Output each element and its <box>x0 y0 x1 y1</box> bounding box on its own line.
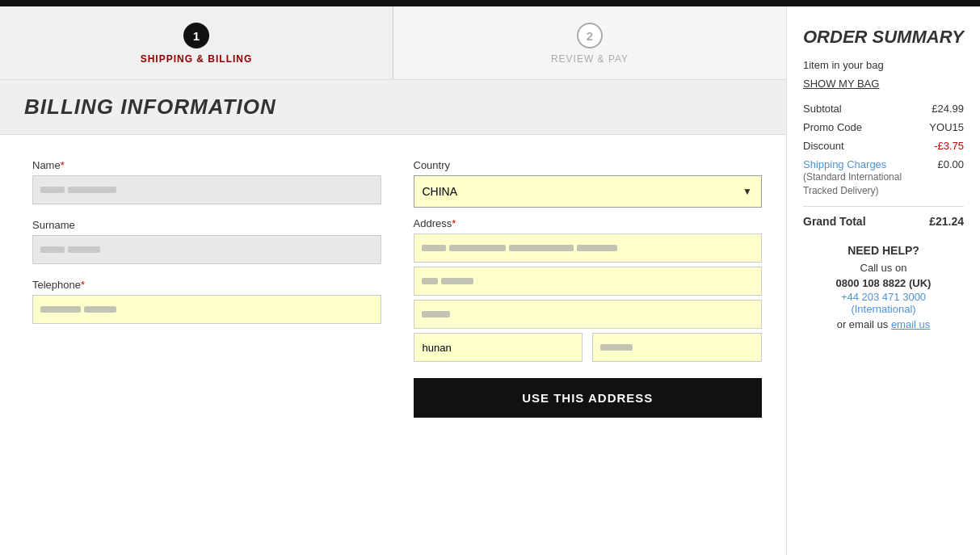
promo-value: YOU15 <box>929 121 964 133</box>
step-1[interactable]: 1 SHIPPING & BILLING <box>0 6 393 79</box>
address-line2[interactable] <box>414 267 763 296</box>
order-summary-title: ORDER SUMMARY <box>803 27 964 48</box>
step-1-label: SHIPPING & BILLING <box>141 53 253 65</box>
name-input-wrapper <box>32 175 381 204</box>
surname-input[interactable] <box>32 235 381 264</box>
email-link[interactable]: email us <box>891 318 930 330</box>
shipping-detail: (Standard International Tracked Delivery… <box>803 170 937 198</box>
form-right: Country CHINA UK US Address* <box>414 159 763 418</box>
order-summary: ORDER SUMMARY 1item in your bag SHOW MY … <box>786 6 980 555</box>
need-help-title: NEED HELP? <box>803 244 964 257</box>
use-address-button[interactable]: USE THIS ADDRESS <box>414 378 763 418</box>
steps-header: 1 SHIPPING & BILLING 2 REVIEW & PAY <box>0 6 786 80</box>
country-select-wrapper: CHINA UK US <box>414 175 763 208</box>
grand-total-label: Grand Total <box>803 215 866 228</box>
shipping-label: Shipping Charges <box>803 158 886 170</box>
subtotal-label: Subtotal <box>803 103 842 115</box>
grand-total-value: £21.24 <box>929 215 964 228</box>
surname-label: Surname <box>32 219 381 231</box>
show-bag-link[interactable]: SHOW MY BAG <box>803 78 964 90</box>
form-left: Name* Surname <box>32 159 381 418</box>
address-line3-wrapper <box>414 300 763 329</box>
telephone-label: Telephone* <box>32 279 381 291</box>
form-area: Name* Surname <box>0 135 786 442</box>
address-field-group: Address* <box>414 217 763 362</box>
promo-label: Promo Code <box>803 121 862 133</box>
discount-value: -£3.75 <box>934 140 964 152</box>
postcode-wrapper <box>592 333 762 362</box>
subtotal-value: £24.99 <box>932 103 964 115</box>
shipping-value: £0.00 <box>937 158 964 170</box>
address-line1-wrapper <box>414 233 763 263</box>
city-input[interactable] <box>414 333 583 362</box>
name-label: Name* <box>32 159 381 171</box>
name-input[interactable] <box>32 175 381 204</box>
discount-label: Discount <box>803 140 844 152</box>
address-line1[interactable] <box>414 233 763 263</box>
summary-subtotal: Subtotal £24.99 <box>803 103 964 115</box>
billing-title-bar: BILLING INFORMATION <box>0 80 786 135</box>
country-select[interactable]: CHINA UK US <box>414 175 763 208</box>
need-help: NEED HELP? Call us on 0800 108 8822 (UK)… <box>803 244 964 330</box>
summary-promo: Promo Code YOU15 <box>803 121 964 133</box>
name-field-group: Name* <box>32 159 381 204</box>
telephone-input-wrapper <box>32 295 381 324</box>
summary-shipping: Shipping Charges (Standard International… <box>803 158 964 198</box>
step-2-label: REVIEW & PAY <box>551 53 629 65</box>
address-city-postcode-row <box>414 333 763 362</box>
telephone-field-group: Telephone* <box>32 279 381 324</box>
phone-uk[interactable]: 0800 108 8822 (UK) <box>803 277 964 289</box>
address-line3[interactable] <box>414 300 763 329</box>
city-wrapper <box>414 333 583 362</box>
billing-title: BILLING INFORMATION <box>24 95 762 120</box>
bag-info: 1item in your bag <box>803 59 964 71</box>
top-bar <box>0 0 980 6</box>
postcode-input[interactable] <box>592 333 762 362</box>
phone-intl: +44 203 471 3000 (International) <box>803 291 964 315</box>
country-label: Country <box>414 159 763 171</box>
step-2-circle: 2 <box>577 23 603 48</box>
telephone-input[interactable] <box>32 295 381 324</box>
surname-field-group: Surname <box>32 219 381 264</box>
step-1-circle: 1 <box>183 23 209 48</box>
summary-discount: Discount -£3.75 <box>803 140 964 152</box>
step-2[interactable]: 2 REVIEW & PAY <box>393 6 786 79</box>
surname-input-wrapper <box>32 235 381 264</box>
summary-divider <box>803 206 964 207</box>
shipping-label-group: Shipping Charges (Standard International… <box>803 158 937 198</box>
country-field-group: Country CHINA UK US <box>414 159 763 208</box>
summary-grand-total: Grand Total £21.24 <box>803 215 964 228</box>
call-us-label: Call us on <box>803 262 964 274</box>
address-label: Address* <box>414 217 763 229</box>
or-email: or email us email us <box>803 318 964 330</box>
address-line2-wrapper <box>414 267 763 296</box>
